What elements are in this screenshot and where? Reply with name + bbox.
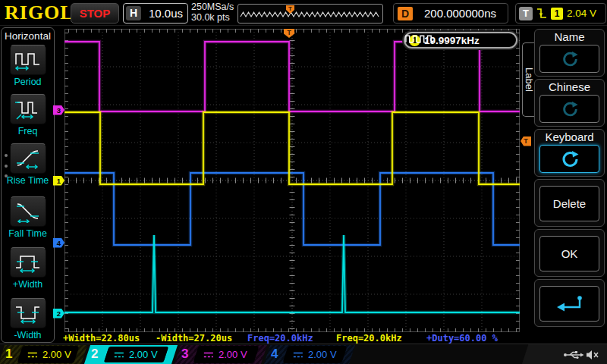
scroll-dot <box>5 174 8 177</box>
channel-4-tab[interactable]: 4 2.00 V <box>266 344 354 364</box>
trigger-menu[interactable]: T 1 2.04 V <box>515 3 606 24</box>
measure-sidebar-title: Horizontal <box>2 30 54 42</box>
cycle-icon <box>560 149 580 169</box>
dc-coupling-icon <box>203 351 214 359</box>
channel-2-scale: 2.00 V <box>129 349 158 360</box>
nwidth-button[interactable] <box>10 298 46 328</box>
measure-item-rise-time[interactable]: Rise Time <box>2 143 54 186</box>
softkey-menu: Name Chinese Keyboard <box>534 27 606 341</box>
channel-ground-marker[interactable]: 2 <box>53 309 64 318</box>
trigger-t-badge: T <box>519 7 533 20</box>
sample-rate: 250MSa/s <box>191 2 234 12</box>
delete-button[interactable]: Delete <box>539 186 599 221</box>
measurement-nwidth: -Width=27.20us <box>156 333 232 344</box>
fall-time-label: Fall Time <box>2 228 54 239</box>
frequency-counter-badge: 1 19.9997kHz <box>404 32 517 49</box>
menu-item-chinese[interactable]: Chinese <box>534 79 605 127</box>
rise-time-icon <box>14 147 42 170</box>
pwidth-label: +Width <box>2 279 54 290</box>
menu-item-enter[interactable] <box>534 279 605 327</box>
run-state-indicator: STOP <box>71 3 119 24</box>
top-status-bar: RIGOL STOP H 10.0us 250MSa/s 30.0k pts T… <box>0 0 607 26</box>
channel-2-number: 2 <box>91 347 98 362</box>
ok-button[interactable]: OK <box>539 236 599 271</box>
measure-item-fall-time[interactable]: Fall Time <box>2 196 54 239</box>
preview-wave <box>238 5 381 21</box>
fall-time-icon <box>14 200 42 223</box>
name-cycle-button[interactable] <box>539 45 599 73</box>
channel-ground-marker[interactable]: 4 <box>53 238 64 248</box>
measure-item-period[interactable]: Period <box>2 45 54 87</box>
usb-icon <box>563 350 584 360</box>
horizontal-scale-value: 10.0us <box>149 7 183 20</box>
fall-time-button[interactable] <box>10 196 46 227</box>
channel-4-settings: 2.00 V <box>282 346 347 363</box>
scroll-dot <box>5 165 8 168</box>
label-menu-tab: Label <box>522 42 535 117</box>
ok-label: OK <box>561 247 578 260</box>
chinese-cycle-button[interactable] <box>539 95 599 123</box>
delay-d-badge: D <box>398 7 413 20</box>
measurement-freq-1: Freq=20.0kHz <box>247 333 313 344</box>
nwidth-icon <box>14 302 42 325</box>
channel-ground-marker[interactable]: 1 <box>53 176 64 186</box>
measure-item-pwidth[interactable]: +Width <box>2 247 54 290</box>
cycle-icon <box>561 100 579 118</box>
channel-1-settings: 2.00 V <box>17 346 79 363</box>
channel-status-bar: 1 2.00 V 2 2.00 V 3 <box>0 344 607 364</box>
freq-button[interactable] <box>10 94 46 124</box>
menu-item-label: Chinese <box>535 80 604 93</box>
channel-2-settings: 2.00 V <box>102 346 169 363</box>
oscilloscope-screen: RIGOL STOP H 10.0us 250MSa/s 30.0k pts T… <box>0 0 607 364</box>
trigger-source-badge: 1 <box>551 8 563 20</box>
acquisition-info: 250MSa/s 30.0k pts <box>191 2 234 23</box>
cycle-icon <box>561 50 579 68</box>
delay-menu[interactable]: D 200.000000ns <box>393 3 508 24</box>
delete-label: Delete <box>553 197 586 210</box>
menu-item-label: Keyboard <box>535 130 604 143</box>
period-button[interactable] <box>10 45 46 75</box>
scroll-dot <box>5 154 8 157</box>
nwidth-label: -Width <box>2 330 54 340</box>
trigger-level-value: 2.04 V <box>567 8 596 19</box>
menu-item-ok[interactable]: OK <box>534 229 605 277</box>
falling-edge-icon <box>536 7 547 20</box>
brand-logo: RIGOL <box>5 2 74 24</box>
menu-item-name[interactable]: Name <box>534 29 605 77</box>
freq-label: Freq <box>2 126 54 136</box>
channel-3-settings: 2.00 V <box>193 346 259 363</box>
channel-2-tab[interactable]: 2 2.00 V <box>86 344 176 364</box>
measurement-duty: +Duty=60.00 % <box>426 333 498 344</box>
measure-item-nwidth[interactable]: -Width <box>2 298 54 340</box>
channel-1-scale: 2.00 V <box>42 349 71 360</box>
channel-4-number: 4 <box>271 347 278 362</box>
pwidth-icon <box>14 251 42 274</box>
channel-1-number: 1 <box>5 347 12 362</box>
pwidth-button[interactable] <box>10 247 46 278</box>
keyboard-cycle-button[interactable] <box>539 145 599 173</box>
channel-1-tab[interactable]: 1 2.00 V <box>0 344 86 364</box>
horizontal-scale-menu[interactable]: H 10.0us <box>123 3 188 24</box>
menu-item-keyboard[interactable]: Keyboard <box>534 129 605 177</box>
trigger-level-marker[interactable]: T <box>521 136 531 146</box>
menu-item-delete[interactable]: Delete <box>534 179 605 227</box>
menu-item-label: Name <box>535 30 604 43</box>
rise-time-label: Rise Time <box>2 175 54 186</box>
speaker-muted-icon <box>586 350 599 360</box>
freq-icon <box>14 98 42 121</box>
enter-button[interactable] <box>539 286 599 322</box>
measurement-freq-2: Freq=20.0kHz <box>336 333 402 344</box>
channel-3-number: 3 <box>181 347 188 362</box>
measure-item-freq[interactable]: Freq <box>2 94 54 136</box>
delay-value: 200.000000ns <box>413 7 508 20</box>
square-wave-icon <box>405 33 434 44</box>
horizontal-h-badge: H <box>126 6 141 20</box>
channel-3-tab[interactable]: 3 2.00 V <box>176 344 266 364</box>
rise-time-button[interactable] <box>10 143 46 174</box>
measurement-pwidth: +Width=22.80us <box>63 333 140 344</box>
channel-4-scale: 2.00 V <box>308 349 337 360</box>
period-label: Period <box>2 77 54 87</box>
dc-coupling-icon <box>293 351 304 359</box>
waveform-traces <box>64 29 520 332</box>
channel-ground-marker[interactable]: 3 <box>53 105 64 115</box>
